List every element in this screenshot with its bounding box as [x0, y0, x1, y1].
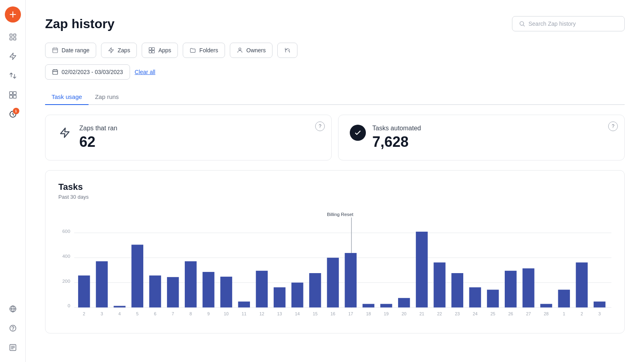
- sidebar-item-explore[interactable]: [5, 301, 21, 317]
- svg-rect-14: [149, 47, 152, 50]
- stat-tasks-help[interactable]: ?: [608, 121, 618, 131]
- svg-rect-40: [238, 302, 250, 308]
- svg-rect-39: [220, 277, 232, 308]
- svg-text:3: 3: [101, 311, 103, 316]
- svg-rect-44: [309, 273, 321, 307]
- stat-tasks-value: 7,628: [372, 134, 421, 150]
- svg-rect-5: [13, 92, 16, 95]
- svg-text:800: 800: [62, 210, 70, 210]
- zaps-filter-label: Zaps: [118, 47, 130, 53]
- more-filters-button[interactable]: [277, 43, 297, 58]
- svg-text:14: 14: [295, 311, 300, 316]
- search-placeholder: Search Zap history: [528, 21, 576, 27]
- svg-rect-35: [149, 276, 161, 307]
- sidebar-item-help[interactable]: [5, 320, 21, 336]
- search-icon: [519, 21, 525, 27]
- svg-point-18: [239, 48, 241, 50]
- sidebar: 1: [0, 0, 26, 362]
- stat-tasks-automated: Tasks automated 7,628 ?: [338, 115, 625, 160]
- date-range-filter[interactable]: Date range: [45, 43, 96, 58]
- svg-rect-49: [398, 298, 410, 308]
- svg-rect-42: [274, 287, 285, 307]
- svg-text:2: 2: [83, 311, 85, 316]
- svg-text:24: 24: [473, 311, 477, 316]
- svg-rect-4: [9, 92, 12, 95]
- svg-rect-32: [96, 261, 107, 308]
- clear-all-button[interactable]: Clear all: [135, 69, 155, 75]
- svg-text:12: 12: [259, 311, 264, 316]
- sidebar-item-transfers[interactable]: [5, 68, 21, 84]
- active-date-range[interactable]: 02/02/2023 - 03/03/2023: [45, 64, 130, 80]
- svg-rect-37: [185, 261, 196, 308]
- chart-title: Tasks: [58, 182, 611, 192]
- svg-rect-58: [558, 290, 570, 307]
- svg-rect-43: [291, 283, 303, 308]
- svg-text:25: 25: [491, 311, 495, 316]
- stat-tasks-label: Tasks automated: [372, 125, 421, 132]
- svg-text:200: 200: [62, 278, 70, 284]
- svg-rect-41: [256, 271, 268, 307]
- svg-text:3: 3: [599, 311, 601, 316]
- owners-filter[interactable]: Owners: [230, 43, 272, 58]
- svg-text:22: 22: [437, 311, 442, 316]
- svg-point-12: [520, 22, 524, 25]
- sidebar-item-history[interactable]: 1: [5, 106, 21, 122]
- svg-text:16: 16: [330, 311, 335, 316]
- svg-rect-33: [114, 306, 125, 307]
- svg-text:10: 10: [224, 311, 229, 316]
- svg-rect-2: [10, 38, 12, 40]
- folders-filter[interactable]: Folders: [183, 43, 225, 58]
- page-title: Zap history: [45, 16, 114, 31]
- svg-rect-59: [576, 263, 588, 308]
- svg-text:4: 4: [118, 311, 121, 316]
- svg-text:0: 0: [68, 303, 70, 308]
- sidebar-item-dashboard[interactable]: [5, 29, 21, 45]
- search-box[interactable]: Search Zap history: [512, 16, 625, 31]
- stat-zap-icon: [57, 125, 73, 141]
- apps-filter-label: Apps: [158, 47, 171, 53]
- svg-rect-3: [13, 38, 16, 40]
- zap-filter-icon: [108, 47, 114, 53]
- sidebar-item-notes[interactable]: [5, 339, 21, 356]
- page-header: Zap history Search Zap history: [45, 16, 625, 31]
- chart-subtitle: Past 30 days: [58, 194, 611, 200]
- svg-text:17: 17: [348, 311, 353, 316]
- stat-zaps-help[interactable]: ?: [315, 121, 325, 131]
- apps-filter[interactable]: Apps: [142, 43, 178, 58]
- svg-rect-48: [380, 304, 392, 308]
- svg-rect-36: [167, 277, 179, 308]
- tab-task-usage[interactable]: Task usage: [45, 89, 89, 105]
- calendar-icon: [52, 47, 58, 53]
- svg-text:9: 9: [207, 311, 210, 316]
- svg-text:15: 15: [313, 311, 318, 316]
- svg-rect-53: [469, 287, 481, 307]
- svg-rect-0: [10, 34, 12, 37]
- tab-zap-runs[interactable]: Zap runs: [89, 89, 125, 105]
- svg-text:7: 7: [172, 311, 174, 316]
- svg-point-10: [12, 330, 13, 330]
- zaps-filter[interactable]: Zaps: [101, 43, 137, 58]
- person-icon: [237, 47, 243, 53]
- svg-rect-45: [327, 258, 339, 308]
- svg-rect-6: [9, 95, 12, 99]
- main-content: Zap history Search Zap history Date rang…: [26, 0, 644, 362]
- svg-text:19: 19: [384, 311, 389, 316]
- add-button[interactable]: [5, 6, 21, 23]
- calendar-active-icon: [52, 69, 58, 75]
- svg-rect-16: [149, 51, 152, 53]
- svg-text:21: 21: [419, 311, 424, 316]
- svg-rect-50: [416, 232, 427, 307]
- active-filters: 02/02/2023 - 03/03/2023 Clear all: [45, 64, 625, 80]
- sidebar-item-zaps[interactable]: [5, 48, 21, 64]
- svg-text:600: 600: [62, 228, 70, 234]
- owners-filter-label: Owners: [246, 47, 266, 53]
- svg-rect-31: [78, 276, 90, 307]
- svg-text:400: 400: [62, 253, 70, 259]
- svg-rect-13: [53, 48, 58, 53]
- active-date-value: 02/02/2023 - 03/03/2023: [62, 69, 123, 75]
- svg-text:23: 23: [455, 311, 460, 316]
- svg-text:18: 18: [366, 311, 371, 316]
- stat-zaps-ran: Zaps that ran 62 ?: [45, 115, 332, 160]
- sidebar-item-apps[interactable]: [5, 87, 21, 103]
- stat-zaps-content: Zaps that ran 62: [79, 125, 117, 150]
